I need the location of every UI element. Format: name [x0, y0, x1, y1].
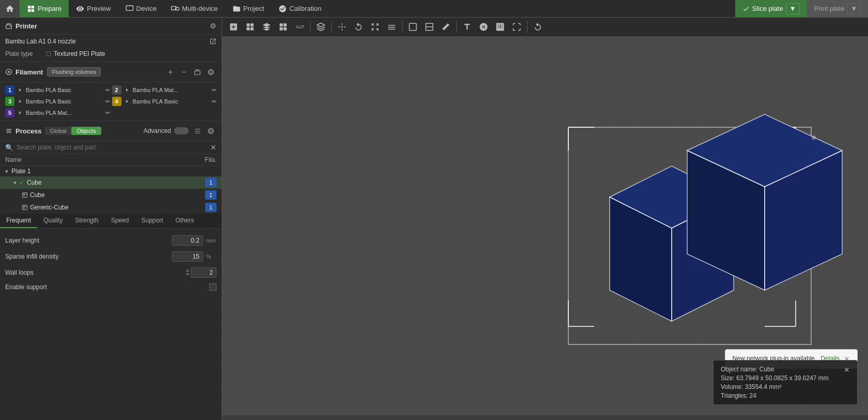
sparse-infill-row: Sparse infill density % — [5, 249, 216, 265]
resize-button[interactable] — [509, 20, 524, 34]
move-button[interactable] — [335, 20, 349, 34]
tab-others[interactable]: Others — [169, 214, 200, 228]
obj-name: Object name: Cube — [721, 366, 840, 373]
filament-settings-icon[interactable]: ⚙ — [205, 66, 216, 78]
tree-col-fila: Fila. — [191, 156, 216, 163]
filament-edit-3[interactable]: ✏ — [105, 98, 110, 105]
process-title: Process — [5, 127, 42, 135]
enable-support-checkbox[interactable] — [209, 283, 216, 291]
process-list-icon[interactable] — [192, 125, 203, 137]
advanced-toggle[interactable] — [174, 127, 189, 134]
toolbar-extra-1[interactable] — [476, 20, 491, 34]
filament-number-3[interactable]: 3 — [5, 97, 14, 106]
plate-type-value[interactable]: Textured PEI Plate — [45, 50, 105, 57]
nav-device[interactable]: Device — [118, 0, 164, 17]
tree-cube-child1[interactable]: Cube 1 — [0, 189, 222, 201]
svg-rect-7 — [6, 25, 12, 28]
svg-rect-14 — [284, 23, 287, 26]
filament-number-1[interactable]: 1 — [5, 85, 14, 95]
wall-loops-down[interactable]: ▼ — [185, 273, 190, 277]
toggle-objects-button[interactable]: Objects — [71, 127, 101, 135]
add-filament-button[interactable]: ＋ — [165, 66, 176, 78]
layout-button[interactable] — [276, 20, 290, 34]
nav-calibration[interactable]: Calibration — [271, 0, 329, 17]
rotate-button[interactable] — [351, 20, 366, 34]
flushing-volumes-button[interactable]: Flushing volumes — [47, 67, 101, 77]
sparse-infill-input[interactable] — [172, 251, 203, 262]
svg-rect-3 — [32, 9, 34, 11]
obj-info-close-button[interactable]: ✕ — [844, 366, 850, 374]
filament-arrow-3 — [18, 99, 23, 104]
filament-section-title: Filament — [16, 68, 43, 76]
nav-prepare[interactable]: Prepare — [20, 0, 69, 17]
print-plate-button[interactable]: Print plate ▼ — [807, 0, 868, 17]
add-shape-button[interactable] — [226, 20, 241, 34]
scale-button[interactable] — [368, 20, 382, 34]
tree-cube-parent[interactable]: ▾ ✓ Cube 1 — [0, 176, 222, 189]
tree-cube-child2[interactable]: Generic-Cube 1 — [0, 201, 222, 214]
printer-name: Bambu Lab A1 0.4 nozzle — [5, 38, 76, 45]
slice-plate-button[interactable]: Slice plate ▼ — [735, 0, 807, 17]
nav-calibration-label: Calibration — [289, 5, 321, 12]
wall-loops-stepper[interactable]: ▲ ▼ — [185, 268, 190, 277]
filament-edit-1[interactable]: ✏ — [105, 87, 110, 94]
section-button[interactable] — [422, 20, 437, 34]
process-section-header: Process Global Objects Advanced ⚙ — [0, 121, 222, 141]
tree-header: Name Fila. — [0, 154, 222, 166]
nav-project[interactable]: Project — [225, 0, 271, 17]
external-link-icon[interactable] — [209, 38, 216, 45]
slice-dropdown-arrow[interactable]: ▼ — [786, 3, 800, 14]
filament-name-2: Bambu PLA Mat... — [133, 87, 209, 93]
svg-rect-0 — [28, 6, 30, 8]
filament-edit-4[interactable]: ✏ — [212, 98, 216, 105]
filament-print-icon[interactable] — [192, 66, 203, 78]
sparse-infill-value-group: % — [172, 251, 216, 262]
grid-view-button[interactable] — [243, 20, 257, 34]
wall-loops-input[interactable] — [191, 267, 216, 278]
orient-button[interactable] — [259, 20, 274, 34]
text-button[interactable] — [460, 20, 474, 34]
printer-settings-icon[interactable]: ⚙ — [210, 22, 216, 30]
nav-project-label: Project — [243, 5, 264, 12]
obj-size: Size: 63.7949 x 50.0825 x 39.6247 mm — [721, 374, 840, 382]
remove-filament-button[interactable]: － — [178, 66, 190, 78]
process-toggle-group: Global Objects — [45, 127, 101, 135]
clear-search-button[interactable]: ✕ — [210, 143, 216, 152]
home-button[interactable] — [0, 0, 20, 17]
nav-multi-device[interactable]: Multi-device — [164, 0, 225, 17]
filament-item-3: 3 Bambu PLA Basic ✏ — [5, 97, 110, 106]
slice-view-button[interactable] — [406, 20, 420, 34]
layer-height-input[interactable] — [172, 235, 203, 246]
search-input[interactable] — [17, 144, 207, 151]
flatten-button[interactable] — [384, 20, 399, 34]
nav-preview[interactable]: Preview — [69, 0, 118, 17]
print-dropdown-arrow[interactable]: ▼ — [847, 3, 861, 14]
layers-button[interactable] — [314, 20, 328, 34]
filament-edit-5[interactable]: ✏ — [105, 110, 110, 116]
tree-cube-child2-fila: 1 — [205, 203, 216, 212]
enable-support-value-group — [209, 283, 216, 291]
plate-type-label: Plate type — [5, 50, 41, 57]
tab-speed[interactable]: Speed — [105, 214, 135, 228]
filament-number-2[interactable]: 2 — [112, 85, 121, 95]
filament-number-5[interactable]: 5 — [5, 108, 14, 117]
reset-view-button[interactable] — [531, 20, 545, 34]
tree-plate[interactable]: ▾ Plate 1 — [0, 166, 222, 176]
filament-edit-2[interactable]: ✏ — [212, 87, 216, 94]
measure-button[interactable] — [439, 20, 453, 34]
tab-frequent[interactable]: Frequent — [0, 214, 37, 228]
svg-rect-16 — [284, 27, 287, 31]
process-settings-icon[interactable]: ⚙ — [205, 125, 216, 137]
ruler-button[interactable] — [493, 20, 507, 34]
filament-name-4: Bambu PLA Basic — [133, 98, 209, 104]
nav-prepare-label: Prepare — [38, 5, 61, 12]
filament-item-1: 1 Bambu PLA Basic ✏ — [5, 85, 110, 95]
toggle-global-button[interactable]: Global — [45, 127, 72, 135]
filament-number-4[interactable]: 4 — [112, 97, 121, 106]
auto-button[interactable]: AUTO — [292, 20, 307, 34]
viewport-canvas[interactable]: New network plug-in available. Details ✕… — [222, 37, 868, 415]
tab-support[interactable]: Support — [135, 214, 169, 228]
tab-strength[interactable]: Strength — [69, 214, 104, 228]
nav-preview-label: Preview — [87, 5, 111, 12]
tab-quality[interactable]: Quality — [37, 214, 69, 228]
